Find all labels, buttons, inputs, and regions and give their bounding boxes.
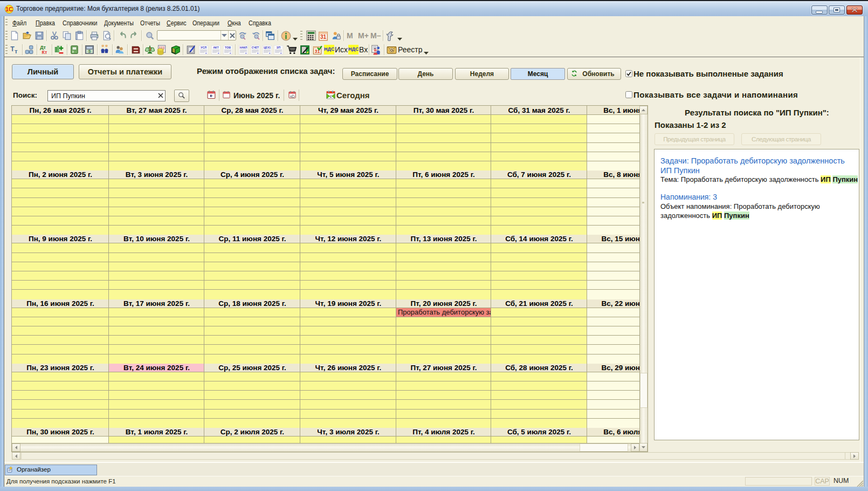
svg-text:т: т — [15, 48, 18, 54]
svg-text:УСЛ: УСЛ — [200, 46, 206, 49]
svg-text:ТОВ: ТОВ — [224, 46, 230, 49]
svg-text:Кт: Кт — [42, 50, 47, 54]
svg-text:ЗП: ЗП — [276, 46, 280, 49]
svg-text:31: 31 — [320, 34, 326, 40]
svg-text:Т: Т — [10, 45, 15, 53]
svg-text:ЦЕХ1: ЦЕХ1 — [263, 46, 270, 49]
svg-text:НАКЛ: НАКЛ — [239, 46, 247, 49]
svg-text:с: с — [330, 94, 332, 99]
svg-text:1С: 1С — [5, 6, 13, 12]
svg-text:АКТ: АКТ — [213, 46, 219, 49]
svg-text:СЧЕТ: СЧЕТ — [251, 46, 258, 49]
